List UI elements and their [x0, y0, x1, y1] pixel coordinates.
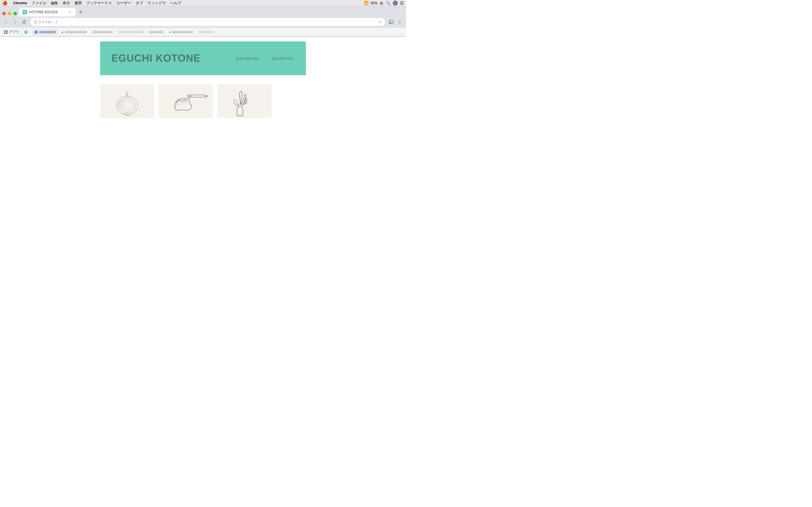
bookmark-item-2[interactable] — [32, 29, 58, 35]
bookmark-icon-3: ● — [61, 30, 63, 34]
gallery-item-2[interactable] — [159, 84, 213, 118]
gallery-item-3[interactable] — [217, 84, 271, 118]
bookmark-item-1[interactable] — [22, 29, 31, 35]
battery-label: 82% — [371, 1, 377, 5]
bookmark-item-4[interactable] — [91, 29, 115, 35]
bookmark-item-5[interactable] — [116, 29, 146, 35]
website-content: EGUCHI KOTONE DRAWING GRAPHIC — [0, 41, 406, 127]
protocol-label: ファイル — [38, 20, 51, 24]
svg-rect-9 — [6, 31, 8, 32]
nav-right-buttons — [388, 18, 404, 26]
menubar-right: 📶 82% あ 🔍 ☰ — [364, 1, 404, 6]
apps-label: アプリ — [9, 30, 19, 34]
bookmark-label-5 — [118, 31, 144, 33]
input-method[interactable]: あ — [380, 1, 384, 6]
security-indicator: i ファイル — [34, 20, 51, 24]
svg-point-5 — [400, 20, 400, 21]
url-separator: / — [53, 20, 54, 24]
svg-text:i: i — [35, 21, 36, 23]
tab-bar: K KOTONE EGUCHI × + — [0, 6, 406, 16]
svg-rect-4 — [389, 20, 393, 23]
bookmark-label-8 — [199, 31, 214, 33]
forward-button[interactable] — [11, 18, 19, 26]
site-header: EGUCHI KOTONE DRAWING GRAPHIC — [100, 41, 306, 75]
tab-close-button[interactable]: × — [68, 10, 72, 14]
bookmark-item-3[interactable]: ● — [59, 29, 89, 35]
user-avatar-icon[interactable] — [393, 1, 398, 6]
refresh-button[interactable] — [20, 18, 28, 26]
menubar-help[interactable]: ヘルプ — [170, 1, 181, 6]
svg-text:K: K — [24, 11, 26, 13]
bookmark-star-icon[interactable]: ☆ — [378, 20, 382, 24]
traffic-lights — [2, 12, 17, 15]
bookmark-label-4 — [93, 31, 112, 33]
bookmark-dot-1 — [24, 31, 28, 34]
svg-rect-18 — [159, 84, 213, 118]
bookmark-label-2 — [39, 31, 56, 33]
bookmark-label-7 — [172, 31, 193, 33]
menubar-bookmarks[interactable]: ブックマークス — [86, 1, 112, 6]
address-bar[interactable]: i ファイル / / ☆ — [31, 18, 385, 26]
close-button[interactable] — [2, 12, 6, 15]
bookmark-icon-7: ● — [169, 31, 171, 34]
url-display: / — [56, 20, 376, 24]
bookmark-item-8[interactable] — [197, 29, 216, 35]
menubar-edit[interactable]: 編集 — [51, 1, 58, 6]
svg-rect-10 — [4, 33, 6, 34]
nav-drawing[interactable]: DRAWING — [236, 56, 260, 61]
svg-rect-8 — [4, 31, 6, 32]
svg-rect-11 — [6, 33, 8, 34]
active-tab[interactable]: K KOTONE EGUCHI × — [19, 8, 75, 16]
bookmarks-bar: アプリ ● ● — [0, 27, 406, 37]
menubar-tabs[interactable]: タブ — [136, 1, 143, 6]
menubar-window[interactable]: ウィンドウ — [147, 1, 166, 6]
bookmark-item-6[interactable] — [147, 29, 165, 35]
gallery — [100, 75, 306, 127]
minimize-button[interactable] — [8, 12, 11, 15]
search-icon[interactable]: 🔍 — [386, 1, 391, 5]
macos-menubar: 🍎 Chrome ファイル 編集 表示 履歴 ブックマークス ユーザー タブ ウ… — [0, 0, 406, 6]
site-title: EGUCHI KOTONE — [111, 52, 236, 64]
new-tab-button[interactable]: + — [77, 8, 85, 16]
bookmark-item-7[interactable]: ● — [167, 29, 195, 35]
apps-button[interactable]: アプリ — [2, 29, 21, 35]
menubar-view[interactable]: 表示 — [63, 1, 70, 6]
wifi-icon[interactable]: 📶 — [364, 1, 368, 5]
menubar-history[interactable]: 履歴 — [74, 1, 82, 6]
svg-point-6 — [400, 22, 400, 22]
cast-icon[interactable] — [388, 18, 395, 26]
svg-point-7 — [400, 23, 400, 24]
gallery-item-1[interactable] — [100, 84, 154, 118]
bookmark-label-6 — [149, 31, 163, 33]
nav-bar: i ファイル / / ☆ — [0, 16, 406, 27]
menubar-file[interactable]: ファイル — [32, 1, 46, 6]
tab-title: KOTONE EGUCHI — [29, 10, 65, 14]
site-nav: DRAWING GRAPHIC — [236, 56, 295, 61]
menubar-users[interactable]: ユーザー — [116, 1, 131, 6]
maximize-button[interactable] — [13, 12, 17, 15]
bookmark-label-3 — [64, 31, 87, 33]
browser-chrome: K KOTONE EGUCHI × + — [0, 6, 406, 37]
more-options-icon[interactable] — [396, 18, 404, 26]
bookmark-dot-2 — [35, 31, 38, 34]
menubar-chrome[interactable]: Chrome — [13, 1, 27, 5]
apple-menu[interactable]: 🍎 — [2, 1, 8, 6]
nav-graphic[interactable]: GRAPHIC — [271, 56, 295, 61]
back-button[interactable] — [2, 18, 10, 26]
tab-favicon: K — [22, 10, 27, 14]
menu-icon[interactable]: ☰ — [400, 1, 404, 5]
